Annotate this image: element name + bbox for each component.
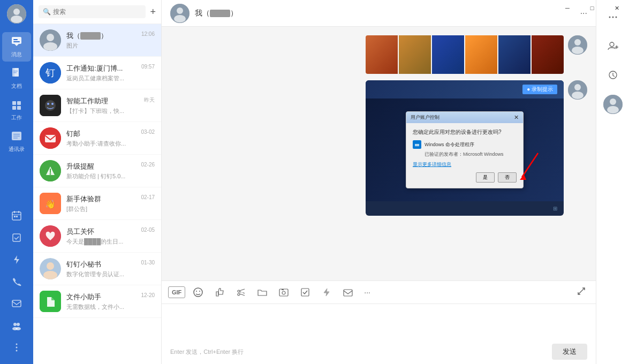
expand-input-button[interactable] (573, 283, 589, 301)
svg-point-73 (199, 291, 200, 292)
nav-item-work[interactable]: 工作 (2, 95, 31, 125)
svg-rect-24 (16, 216, 18, 217)
chat-name-self: 我（████） (66, 31, 108, 41)
nav-phone-btn[interactable] (7, 272, 26, 294)
screenshot-container[interactable]: ● 录制提示 用户账户控制 ✕ 您确定此应用对您的设备进行更改吗? (366, 80, 564, 216)
chat-item-file-assistant[interactable]: 文件小助手 12-20 无需数据线，文件小... (33, 285, 161, 318)
svg-rect-67 (415, 144, 419, 145)
chat-item-self[interactable]: 我（████） 12:06 图片 (33, 24, 161, 57)
svg-rect-68 (415, 146, 419, 147)
chat-item-upgrade[interactable]: 升级提醒 02-26 新功能介绍 | 钉钉5.0... (33, 155, 161, 187)
nav-calendar-btn[interactable] (7, 206, 26, 228)
more-toolbar-button[interactable]: ··· (360, 285, 375, 300)
sidebar: 🔍 + 我（████） 12:06 图片 钉 (33, 0, 162, 364)
nav-flash-btn[interactable] (7, 250, 26, 272)
chat-item-employee-care[interactable]: 员工关怀 02-05 今天是████的生日... (33, 220, 161, 253)
send-button[interactable]: 发送 (552, 344, 587, 360)
svg-rect-18 (13, 138, 18, 139)
chat-info-ai-assistant: 智能工作助理 昨天 【打卡】下班啦，快... (66, 96, 155, 115)
chat-header: 我（████） ··· (162, 0, 596, 27)
close-button[interactable]: ✕ (604, 0, 629, 16)
chat-item-secretary[interactable]: 钉钉小秘书 01-30 数字化管理专员认证... (33, 253, 161, 285)
svg-rect-16 (13, 134, 20, 135)
svg-rect-14 (17, 106, 21, 110)
right-add-member-btn[interactable] (604, 37, 622, 58)
chat-name-file-assistant: 文件小助手 (66, 292, 101, 302)
nav-group-btn[interactable] (7, 316, 26, 338)
chat-time-file-assistant: 12-20 (141, 292, 155, 302)
nav-tasks-btn[interactable] (7, 228, 26, 250)
svg-line-69 (522, 153, 538, 177)
msg-bubble-screenshot[interactable]: ● 录制提示 用户账户控制 ✕ 您确定此应用对您的设备进行更改吗? (366, 80, 564, 216)
nav-bottom (7, 206, 26, 364)
chat-info-employee-care: 员工关怀 02-05 今天是████的生日... (66, 227, 155, 246)
gif-button[interactable]: GIF (168, 286, 185, 298)
message-thumbnail-strip (170, 35, 587, 74)
chat-info-upgrade: 升级提醒 02-26 新功能介绍 | 钉钉5.0... (66, 162, 155, 180)
svg-line-79 (242, 293, 245, 294)
nav-more-btn[interactable] (7, 338, 26, 360)
chat-preview-ai-assistant: 【打卡】下班啦，快... (66, 107, 155, 115)
folder-button[interactable] (253, 284, 272, 301)
svg-rect-83 (301, 289, 309, 296)
flash-button[interactable] (317, 284, 336, 301)
nav-item-messages[interactable]: 消息 (2, 32, 31, 62)
chat-avatar-secretary (40, 258, 61, 279)
chat-input-area: Enter 发送，Ctrl+Enter 换行 发送 (162, 304, 596, 364)
right-panel-avatar (603, 95, 623, 114)
chat-item-dingmail[interactable]: 钉邮 03-02 考勤小助手:请查收你... (33, 122, 161, 155)
arrow-annotation (506, 148, 549, 193)
search-box[interactable]: 🔍 (39, 5, 146, 18)
svg-point-88 (609, 17, 610, 18)
svg-rect-3 (12, 37, 21, 44)
svg-rect-85 (344, 290, 352, 296)
chat-name-employee-care: 员工关怀 (66, 227, 94, 237)
chat-avatar-work-notice: 钉 (40, 62, 61, 84)
svg-point-36 (47, 34, 54, 41)
add-chat-button[interactable]: + (150, 6, 156, 18)
chat-messages: ● 录制提示 用户账户控制 ✕ 您确定此应用对您的设备进行更改吗? (162, 27, 596, 280)
check-button[interactable] (295, 284, 315, 301)
chat-item-newbie[interactable]: 👋 新手体验群 02-17 [群公告] (33, 187, 161, 220)
screenshot-button[interactable] (274, 284, 293, 301)
dialog-close-btn[interactable]: ✕ (514, 114, 519, 121)
nav-item-contacts[interactable]: 通讯录 (2, 127, 31, 156)
scissors-button[interactable] (231, 284, 251, 301)
svg-point-37 (43, 42, 57, 51)
svg-point-59 (174, 15, 186, 22)
right-history-btn[interactable] (604, 66, 622, 86)
thumbup-button[interactable] (210, 284, 229, 301)
svg-point-96 (610, 98, 616, 105)
minimize-button[interactable]: ─ (555, 0, 580, 16)
mail-button[interactable] (338, 284, 358, 301)
dialog-publisher: 已验证的发布者：Microsoft Windows (425, 151, 517, 158)
dialog-app-icon (413, 140, 421, 149)
svg-point-75 (238, 293, 240, 295)
svg-point-33 (16, 347, 18, 348)
svg-line-76 (240, 289, 245, 291)
screenshot-top-bar: ● 录制提示 (366, 80, 564, 98)
work-icon (11, 98, 22, 113)
dialog-yes-btn[interactable]: 是 (476, 172, 495, 183)
svg-point-43 (51, 103, 54, 105)
chat-time-secretary: 01-30 (141, 260, 155, 269)
nav-item-docs[interactable]: 文档 (2, 64, 31, 93)
msg-bubble-thumbnails[interactable] (366, 35, 564, 74)
svg-point-34 (16, 350, 18, 352)
maximize-button[interactable]: □ (580, 0, 604, 16)
chat-preview-newbie: [群公告] (66, 205, 155, 213)
nav-avatar[interactable] (7, 4, 26, 24)
dialog-more-link[interactable]: 显示更多详细信息 (413, 161, 517, 168)
svg-rect-13 (12, 106, 16, 110)
svg-line-87 (578, 291, 581, 294)
nav-mail-btn[interactable] (7, 294, 26, 316)
chat-input[interactable] (170, 308, 587, 340)
chat-item-ai-assistant[interactable]: 智能工作助理 昨天 【打卡】下班啦，快... (33, 89, 161, 122)
chat-item-work-notice[interactable]: 钉 工作通知:厦门博... 09:57 返岗员工健康档案管... (33, 57, 161, 89)
search-input[interactable] (53, 8, 141, 16)
screenshot-top-btn[interactable]: ● 录制提示 (522, 85, 557, 94)
svg-point-1 (13, 9, 20, 15)
emoji-button[interactable] (188, 284, 208, 301)
svg-text:钉: 钉 (45, 67, 55, 78)
messages-icon (11, 35, 22, 50)
